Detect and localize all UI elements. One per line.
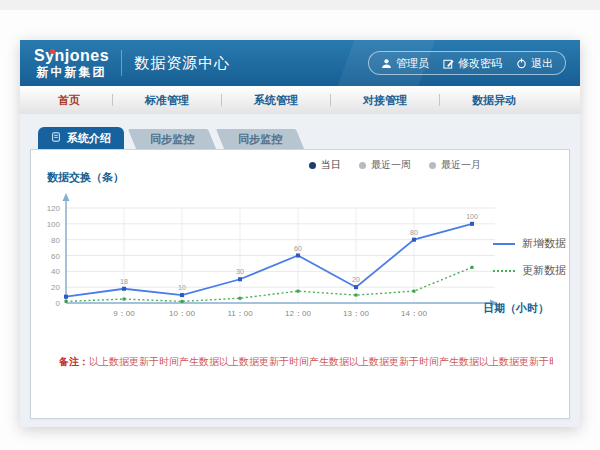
svg-text:18: 18 [120, 278, 128, 285]
svg-text:60: 60 [51, 252, 60, 261]
content-area: 系统介绍 同步监控 同步监控 当日 最近一周 [20, 114, 580, 427]
tab-sync-monitor-1[interactable]: 同步监控 [128, 129, 216, 149]
svg-text:120: 120 [47, 204, 61, 213]
legend-item-new-data: 新增数据 [493, 236, 566, 251]
logo-subtext: 新中新集团 [34, 66, 109, 78]
svg-text:30: 30 [236, 268, 244, 275]
user-account-button[interactable]: 管理员 [381, 56, 429, 71]
radio-dot-icon [359, 162, 366, 169]
radio-dot-icon [429, 162, 436, 169]
svg-text:11：00: 11：00 [227, 309, 253, 318]
nav-item-data-change[interactable]: 数据异动 [468, 93, 520, 108]
svg-text:10: 10 [178, 284, 186, 291]
radio-last-week[interactable]: 最近一周 [359, 158, 411, 172]
company-logo: Synjones 新中新集团 [34, 48, 109, 78]
app-header: Synjones 新中新集团 数据资源中心 管理员 修改密码 [20, 40, 580, 86]
footnote: 备注：以上数据更新于时间产生数据以上数据更新于时间产生数据以上数据更新于时间产生… [59, 355, 553, 369]
legend-item-updated-data: 更新数据 [493, 263, 566, 278]
svg-text:9：00: 9：00 [113, 309, 135, 318]
radio-last-month[interactable]: 最近一月 [429, 158, 481, 172]
logout-button[interactable]: 退出 [516, 56, 553, 71]
svg-text:100: 100 [466, 213, 478, 220]
svg-text:100: 100 [47, 220, 61, 229]
nav-separator [112, 94, 113, 106]
svg-text:12：00: 12：00 [285, 309, 311, 318]
tab-bar: 系统介绍 同步监控 同步监控 [38, 127, 300, 149]
legend-line-solid-icon [493, 243, 515, 245]
nav-item-system-mgmt[interactable]: 系统管理 [250, 93, 302, 108]
radio-today[interactable]: 当日 [309, 158, 341, 172]
user-icon [381, 58, 392, 69]
nav-item-standard-mgmt[interactable]: 标准管理 [141, 93, 193, 108]
nav-separator [439, 94, 440, 106]
time-range-filter: 当日 最近一周 最近一月 [309, 158, 481, 172]
nav-item-interface-mgmt[interactable]: 对接管理 [359, 93, 411, 108]
chart-legend: 新增数据 更新数据 [493, 236, 566, 278]
edit-icon [443, 58, 454, 69]
nav-item-home[interactable]: 首页 [54, 93, 84, 108]
logo-text: Synjones [34, 48, 109, 64]
user-toolbar: 管理员 修改密码 退出 [368, 51, 566, 75]
change-password-button[interactable]: 修改密码 [443, 56, 502, 71]
header-divider [121, 50, 122, 76]
radio-dot-icon [309, 162, 316, 169]
svg-text:20: 20 [51, 283, 60, 292]
svg-text:60: 60 [294, 245, 302, 252]
svg-text:20: 20 [352, 276, 360, 283]
svg-text:40: 40 [51, 267, 60, 276]
x-axis-title: 日期（小时） [483, 301, 549, 316]
chart-panel: 当日 最近一周 最近一月 数据交换（条） 0204060801001209：00… [30, 149, 570, 419]
svg-text:10：00: 10：00 [169, 309, 195, 318]
document-icon [51, 132, 61, 144]
main-nav: 首页 标准管理 系统管理 对接管理 数据异动 [20, 86, 580, 115]
svg-text:80: 80 [410, 229, 418, 236]
page-title: 数据资源中心 [134, 54, 230, 73]
footnote-text: 以上数据更新于时间产生数据以上数据更新于时间产生数据以上数据更新于时间产生数据以… [89, 356, 553, 367]
y-axis-title: 数据交换（条） [47, 170, 124, 185]
svg-text:13：00: 13：00 [343, 309, 369, 318]
legend-line-dotted-icon [493, 270, 515, 272]
footnote-prefix: 备注： [59, 356, 89, 367]
page-top-strip [0, 0, 600, 10]
logo-red-dot-icon [50, 49, 55, 54]
nav-separator [330, 94, 331, 106]
power-icon [516, 58, 527, 69]
tab-sync-monitor-2[interactable]: 同步监控 [216, 129, 304, 149]
tab-system-intro[interactable]: 系统介绍 [38, 127, 124, 149]
svg-text:0: 0 [56, 299, 61, 308]
svg-text:14：00: 14：00 [401, 309, 427, 318]
app-window: Synjones 新中新集团 数据资源中心 管理员 修改密码 [20, 40, 580, 427]
svg-text:80: 80 [51, 236, 60, 245]
nav-separator [221, 94, 222, 106]
